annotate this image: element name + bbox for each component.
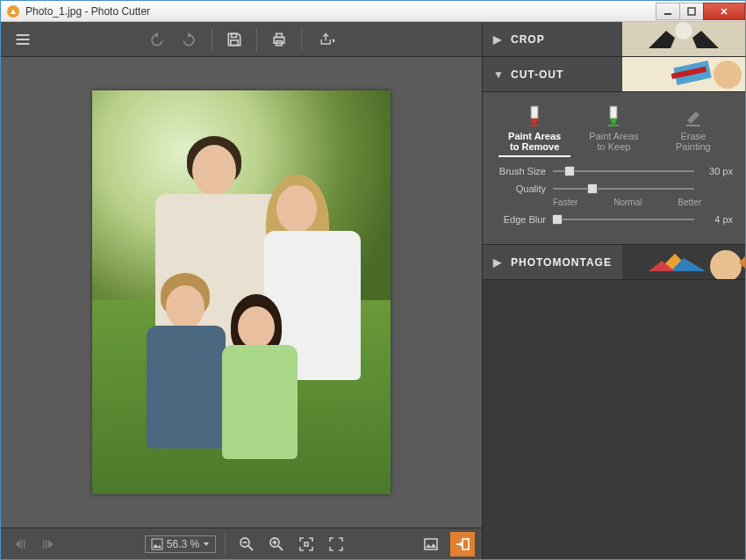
panel-cutout-header[interactable]: ▼ CUT-OUT xyxy=(483,57,745,92)
chevron-down-icon xyxy=(203,541,210,548)
undo-button[interactable] xyxy=(141,25,171,54)
panel-cutout-body: Paint Areas to Remove Paint Areas to Kee… xyxy=(483,92,745,245)
quality-row: Quality xyxy=(495,183,733,194)
svg-rect-11 xyxy=(43,540,45,549)
window-title: Photo_1.jpg - Photo Cutter xyxy=(25,5,656,18)
save-button[interactable] xyxy=(219,25,249,54)
quality-label: Quality xyxy=(495,183,546,194)
svg-rect-22 xyxy=(463,539,469,549)
svg-rect-30 xyxy=(529,125,540,126)
app-body: 56.3 % ▶ CROP xyxy=(1,22,745,559)
svg-line-14 xyxy=(248,546,253,550)
svg-rect-31 xyxy=(610,106,617,118)
svg-rect-10 xyxy=(46,540,47,549)
eraser-icon xyxy=(684,104,703,127)
titlebar: Photo_1.jpg - Photo Cutter xyxy=(1,1,745,22)
fit-screen-button[interactable] xyxy=(294,532,319,556)
marker-red-icon xyxy=(525,104,544,127)
brush-size-row: Brush Size 30 px xyxy=(495,166,733,176)
brush-size-slider[interactable] xyxy=(553,170,694,172)
svg-rect-20 xyxy=(305,542,308,546)
crop-thumb-icon xyxy=(622,22,745,57)
separator xyxy=(256,28,257,51)
svg-rect-8 xyxy=(21,540,23,549)
share-button[interactable] xyxy=(309,25,348,54)
quality-ticks: Faster Normal Better xyxy=(553,197,733,207)
next-image-button[interactable] xyxy=(36,532,61,556)
left-pane: 56.3 % xyxy=(1,22,482,559)
edge-blur-label: Edge Blur xyxy=(495,214,546,225)
svg-point-28 xyxy=(714,61,742,89)
panel-cutout-label: CUT-OUT xyxy=(511,68,563,81)
separator xyxy=(225,533,226,556)
right-panels: ▶ CROP ▼ CUT-OUT Paint Areas to Remove xyxy=(482,22,745,559)
zoom-out-button[interactable] xyxy=(234,532,259,556)
image-icon xyxy=(151,538,163,550)
brush-size-value: 30 px xyxy=(701,166,733,176)
photo-preview xyxy=(92,90,391,494)
expand-arrow-icon[interactable] xyxy=(739,255,745,269)
panel-photomontage-label: PHOTOMONTAGE xyxy=(511,256,612,269)
cutout-thumb-icon xyxy=(622,57,745,92)
tick-better: Better xyxy=(678,197,701,207)
tool-label-2: Painting xyxy=(676,141,711,152)
edge-blur-slider[interactable] xyxy=(553,219,694,220)
svg-rect-12 xyxy=(152,539,162,549)
photomontage-thumb-icon xyxy=(622,245,745,280)
tick-faster: Faster xyxy=(553,197,577,207)
zoom-value: 56.3 % xyxy=(167,538,199,550)
separator xyxy=(301,28,302,51)
svg-rect-3 xyxy=(232,33,237,37)
canvas-area[interactable] xyxy=(1,57,482,528)
zoom-in-button[interactable] xyxy=(264,532,289,556)
svg-rect-2 xyxy=(688,8,695,15)
app-window: Photo_1.jpg - Photo Cutter xyxy=(0,0,746,560)
svg-rect-29 xyxy=(531,106,538,118)
tool-paint-remove[interactable]: Paint Areas to Remove xyxy=(499,101,570,157)
tool-label: Erase xyxy=(680,131,706,141)
chevron-right-icon: ▶ xyxy=(493,256,504,269)
quality-slider[interactable] xyxy=(553,188,694,190)
tool-label: Paint Areas xyxy=(589,131,638,141)
tool-label-2: to Remove xyxy=(510,141,559,152)
tick-normal: Normal xyxy=(613,197,642,207)
top-toolbar xyxy=(1,22,482,57)
svg-line-17 xyxy=(278,546,283,550)
svg-rect-21 xyxy=(425,539,437,549)
panel-photomontage-header[interactable]: ▶ PHOTOMONTAGE xyxy=(483,245,745,280)
maximize-button[interactable] xyxy=(679,3,704,20)
edge-blur-row: Edge Blur 4 px xyxy=(495,214,733,225)
brush-size-label: Brush Size xyxy=(495,166,546,176)
chevron-right-icon: ▶ xyxy=(493,33,504,46)
tool-erase[interactable]: Erase Painting xyxy=(657,101,729,157)
svg-rect-32 xyxy=(608,125,619,126)
cutout-tools: Paint Areas to Remove Paint Areas to Kee… xyxy=(495,101,733,157)
svg-point-24 xyxy=(675,22,692,39)
app-icon xyxy=(6,4,20,18)
redo-button[interactable] xyxy=(175,25,204,54)
svg-rect-9 xyxy=(24,540,25,549)
svg-rect-6 xyxy=(276,33,283,37)
actual-size-button[interactable] xyxy=(324,532,348,556)
chevron-down-icon: ▼ xyxy=(493,68,504,81)
print-button[interactable] xyxy=(264,25,294,54)
marker-green-icon xyxy=(604,104,623,127)
window-buttons xyxy=(656,3,745,20)
tool-paint-keep[interactable]: Paint Areas to Keep xyxy=(577,101,649,157)
menu-button[interactable] xyxy=(8,25,38,54)
bottom-toolbar: 56.3 % xyxy=(1,528,482,559)
separator xyxy=(212,28,212,51)
minimize-button[interactable] xyxy=(656,3,680,20)
compare-button[interactable] xyxy=(419,532,443,556)
panel-crop-header[interactable]: ▶ CROP xyxy=(483,22,745,57)
svg-rect-1 xyxy=(664,13,671,15)
zoom-readout[interactable]: 56.3 % xyxy=(145,535,216,553)
svg-rect-4 xyxy=(231,39,238,45)
tool-label-2: to Keep xyxy=(598,141,631,152)
panel-crop-label: CROP xyxy=(511,33,545,46)
send-to-button[interactable] xyxy=(450,532,475,556)
close-button[interactable] xyxy=(703,3,745,20)
edge-blur-value: 4 px xyxy=(701,214,733,225)
prev-image-button[interactable] xyxy=(8,532,32,556)
svg-rect-33 xyxy=(686,125,700,126)
